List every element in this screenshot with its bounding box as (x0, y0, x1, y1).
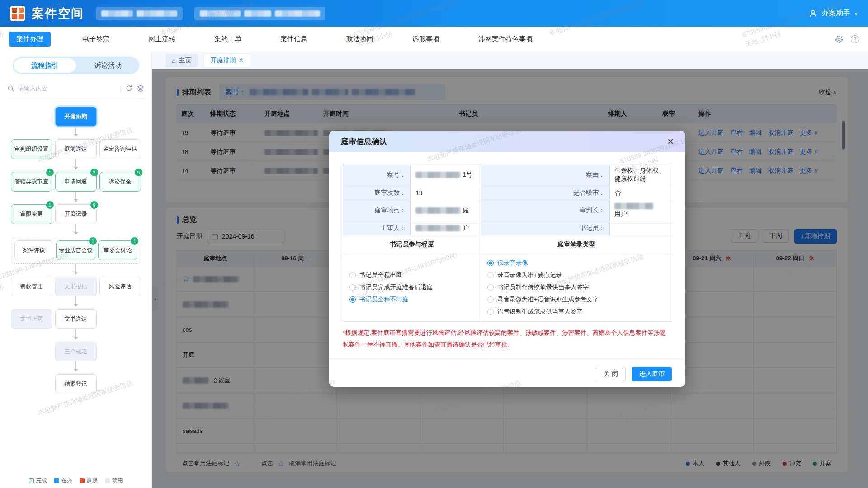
nav-item-2[interactable]: 网上流转 (141, 32, 183, 47)
flow-node-label: 案件评议 (23, 247, 45, 254)
nav-item-0[interactable]: 案件办理 (9, 32, 51, 47)
radio-icon (487, 296, 494, 303)
search-input[interactable] (18, 85, 116, 92)
flow-node-5-1[interactable]: 文书报批 (55, 277, 97, 296)
user-menu[interactable]: 办案助手 ∨ (809, 9, 858, 18)
flow-node-label: 管辖异议审查 (14, 178, 48, 186)
flow-node-2-0[interactable]: 管辖异议审查1 (11, 172, 52, 192)
tab-strip: ⌂ 主页 开庭排期 × (152, 52, 868, 69)
nav-item-3[interactable]: 集约工单 (207, 32, 249, 47)
nav-item-4[interactable]: 案件信息 (273, 32, 315, 47)
layers-icon[interactable] (137, 84, 144, 92)
field-label: 庭审地点： (343, 200, 411, 221)
case-info-chip-1 (96, 7, 183, 20)
nav-item-6[interactable]: 诉服事项 (405, 32, 447, 47)
flow-node-4-0[interactable]: 案件评议 (14, 240, 54, 260)
radio-option[interactable]: 录音录像为准+要点记录 (487, 271, 599, 279)
dialog-header: 庭审信息确认 × (329, 131, 685, 152)
radio-option[interactable]: 书记员全程不出庭 (349, 296, 433, 304)
flow-row-6: 文书上网文书送达 (11, 309, 141, 329)
search-icon (7, 85, 14, 92)
radio-option[interactable]: 语音识别生成笔录供当事人签字 (487, 308, 599, 316)
dialog-close-icon[interactable]: × (667, 136, 674, 147)
flow-node-7-1[interactable]: 三个规定 (55, 342, 97, 361)
field-label: 案号： (343, 164, 411, 186)
close-button[interactable]: 关 闭 (596, 367, 626, 381)
flow-node-1-2[interactable]: 鉴定咨询评估 (99, 139, 141, 159)
radio-label: 语音识别生成笔录供当事人签字 (497, 308, 583, 316)
radio-label: 书记员全程不出庭 (359, 296, 408, 304)
flow-node-label: 开庭排期 (65, 113, 87, 121)
flow-node-label: 审委会讨论 (104, 247, 132, 254)
nav-item-7[interactable]: 涉网案件特色事项 (471, 32, 540, 47)
participation-options: 书记员全程出庭书记员完成开庭准备后退庭书记员全程不出庭 (343, 253, 481, 322)
tab-home-label: 主页 (179, 56, 191, 65)
app-logo-icon (10, 6, 25, 21)
flow-node-4-1[interactable]: 专业法官会议1 (56, 240, 95, 260)
flow-row-5: 费款管理文书报批风险评估 (11, 277, 141, 296)
flow-node-2-2[interactable]: 诉讼保全9 (99, 172, 141, 192)
flow-node-8-1[interactable]: 结案登记 (55, 374, 97, 394)
flow-node-1-0[interactable]: 审判组织设置 (11, 139, 52, 159)
flow-node-5-0[interactable]: 费款管理 (11, 277, 52, 296)
app-header: 案件空间 办案助手 ∨ (0, 0, 868, 27)
process-flowchart: 开庭排期审判组织设置庭前送达鉴定咨询评估管辖异议审查1申请回避2诉讼保全9审限变… (11, 107, 141, 394)
radio-icon (349, 272, 356, 278)
record-type-options: 仅录音录像录音录像为准+要点记录书记员制作传统笔录供当事人签字录音录像为准+语音… (481, 253, 672, 322)
tab-court-schedule[interactable]: 开庭排期 × (204, 54, 249, 67)
nav-item-5[interactable]: 政法协同 (339, 32, 381, 47)
sidebar: 流程指引 诉讼活动 | 开庭排期审判组织设置庭前送达鉴定咨询评估管辖异议审查1申… (0, 52, 152, 488)
flow-slot-empty (99, 204, 141, 224)
field-value: 生命权、身体权、健康权纠纷 (614, 167, 667, 183)
dialog-footer: 关 闭 进入庭审 (329, 361, 685, 387)
sidebar-search: | (7, 79, 144, 99)
count-badge: 9 (135, 169, 142, 176)
redacted-text (415, 225, 461, 231)
flow-node-2-1[interactable]: 申请回避2 (55, 172, 97, 192)
radio-option[interactable]: 书记员全程出庭 (349, 271, 433, 279)
count-badge: 1 (46, 169, 54, 176)
refresh-icon[interactable] (125, 84, 133, 92)
legend-swatch (80, 478, 85, 483)
tab-process-guide[interactable]: 流程指引 (14, 58, 76, 73)
flow-node-label: 审限变更 (20, 211, 43, 218)
flow-node-label: 结案登记 (65, 380, 87, 388)
radio-option[interactable]: 书记员完成开庭准备后退庭 (349, 283, 433, 291)
flow-node-0-1[interactable]: 开庭排期 (55, 107, 97, 127)
flow-node-6-0[interactable]: 文书上网 (11, 309, 52, 329)
radio-icon (487, 260, 494, 266)
flow-slot-empty (11, 342, 52, 361)
radio-option[interactable]: 仅录音录像 (487, 259, 599, 267)
field-label: 审判长： (481, 200, 610, 221)
tab-home[interactable]: ⌂ 主页 (165, 54, 198, 67)
flow-node-label: 文书报批 (65, 283, 87, 291)
legend-label: 完成 (36, 477, 47, 484)
flow-node-3-0[interactable]: 审限变更1 (11, 204, 52, 224)
flow-node-3-1[interactable]: 开庭记录9 (55, 204, 97, 224)
help-icon[interactable]: ? (851, 35, 859, 43)
radio-option[interactable]: 录音录像为准+语音识别生成参考文字 (487, 296, 599, 304)
radio-option[interactable]: 书记员制作传统笔录供当事人签字 (487, 283, 599, 291)
flow-node-6-1[interactable]: 文书送达 (55, 309, 97, 329)
flow-node-1-1[interactable]: 庭前送达 (55, 139, 97, 159)
radio-label: 书记员制作传统笔录供当事人签字 (497, 283, 589, 291)
legend-label: 禁用 (112, 477, 123, 484)
legend-item: 在办 (54, 477, 72, 484)
flow-arrow-icon (11, 264, 141, 277)
nav-item-1[interactable]: 电子卷宗 (75, 32, 117, 47)
redacted-text (275, 10, 320, 17)
enter-hearing-button[interactable]: 进入庭审 (632, 367, 672, 381)
flow-node-label: 开庭记录 (65, 211, 87, 218)
close-icon[interactable]: × (239, 56, 243, 65)
legend-item: 超期 (80, 477, 98, 484)
flow-slot-empty (99, 342, 141, 361)
gear-icon[interactable] (835, 35, 844, 44)
flow-node-5-2[interactable]: 风险评估 (99, 277, 141, 296)
count-badge: 1 (131, 237, 138, 245)
legend-item: 完成 (29, 477, 47, 484)
tab-litigation-activity[interactable]: 诉讼活动 (77, 57, 139, 74)
flow-row-1: 审判组织设置庭前送达鉴定咨询评估 (11, 139, 141, 159)
field-value-cell: 否 (610, 186, 672, 200)
field-label: 庭审次数： (343, 186, 411, 200)
flow-node-4-2[interactable]: 审委会讨论1 (98, 240, 137, 260)
